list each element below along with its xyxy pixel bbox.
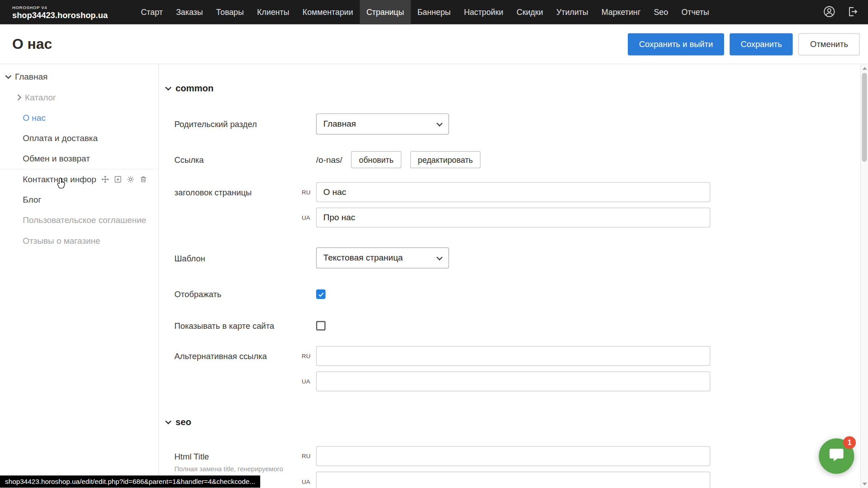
app-window: HOROSHOP V4 shop34423.horoshop.ua Старт … <box>0 0 868 488</box>
sidebar-item-about[interactable]: О нас <box>0 107 158 128</box>
sidebar-item-label: Главная <box>15 71 47 81</box>
pages-tree-sidebar: Главная Каталог О нас Оплата и доставка … <box>0 64 159 488</box>
chat-bubble-icon <box>828 447 845 466</box>
alt-link-ua-input[interactable] <box>316 371 710 391</box>
nav-item-settings[interactable]: Настройки <box>457 0 510 24</box>
refresh-link-button[interactable]: обновить <box>351 151 401 168</box>
sidebar-item-home[interactable]: Главная <box>0 66 158 87</box>
sidebar-item-label: Обмен и возврат <box>23 154 90 164</box>
section-seo-title: seo <box>175 417 191 427</box>
vertical-scrollbar[interactable] <box>860 64 868 488</box>
field-label: Шаблон <box>175 253 316 263</box>
delete-trash-icon[interactable] <box>139 175 147 183</box>
lang-badge-ru: RU <box>302 353 316 360</box>
sidebar-item-user-agreement[interactable]: Пользовательское соглашение <box>0 210 158 230</box>
sidebar-item-label: Оплата и доставка <box>23 133 98 143</box>
nav-item-comments[interactable]: Комментарии <box>296 0 360 24</box>
nav-item-reports[interactable]: Отчеты <box>675 0 716 24</box>
section-common-toggle[interactable]: common <box>166 83 868 94</box>
sidebar-item-contact-info[interactable]: Контактная инфор <box>0 169 158 189</box>
field-label: Альтернативная ссылка <box>175 346 302 361</box>
lang-badge-ua: UA <box>302 378 316 385</box>
nav-item-utilities[interactable]: Утилиты <box>550 0 595 24</box>
page-title: О нас <box>12 35 52 52</box>
nav-item-banners[interactable]: Баннеры <box>411 0 457 24</box>
display-checkbox-checked[interactable] <box>316 289 326 299</box>
logout-icon <box>846 5 859 19</box>
sidebar-item-label: Отзывы о магазине <box>23 236 100 246</box>
page-title-ua-input[interactable] <box>316 208 710 227</box>
chat-widget-button[interactable]: 1 <box>819 438 854 474</box>
selected-value: Главная <box>323 119 356 129</box>
section-seo-toggle[interactable]: seo <box>166 417 868 427</box>
section-common-title: common <box>175 83 213 94</box>
html-title-ua-input[interactable] <box>316 472 710 488</box>
page-title-ru-input[interactable] <box>316 182 710 202</box>
brand-domain: shop34423.horoshop.ua <box>12 11 108 19</box>
link-preview-statusbar: shop34423.horoshop.ua/edit/edit.php?id=6… <box>0 475 260 488</box>
field-template: Шаблон Текстовая страница <box>166 247 868 269</box>
nav-item-products[interactable]: Товары <box>209 0 250 24</box>
nav-item-start[interactable]: Старт <box>134 0 170 24</box>
logout-button[interactable] <box>845 5 860 20</box>
sidebar-item-exchange-return[interactable]: Обмен и возврат <box>0 148 158 169</box>
field-link: Ссылка /o-nas/ обновить редактировать <box>166 151 868 168</box>
alt-link-ru-input[interactable] <box>316 346 710 366</box>
scroll-up-arrow[interactable] <box>863 67 867 70</box>
move-icon[interactable] <box>101 175 109 183</box>
content-area: Главная Каталог О нас Оплата и доставка … <box>0 64 868 488</box>
chevron-down-icon <box>165 418 171 424</box>
account-icon <box>823 5 835 19</box>
link-path-value: /o-nas/ <box>316 155 342 165</box>
field-sitemap: Показывать в карте сайта <box>166 321 868 331</box>
field-label: заголовок страницы <box>175 182 302 197</box>
field-html-title: Html Title Полная замена title, генериру… <box>166 446 868 488</box>
parent-section-select[interactable]: Главная <box>316 114 449 135</box>
nav-item-marketing[interactable]: Маркетинг <box>595 0 647 24</box>
header-actions: Сохранить и выйти Сохранить Отменить <box>628 33 859 55</box>
field-alt-link: Альтернативная ссылка RU UA <box>166 346 868 391</box>
nav-item-seo[interactable]: Seo <box>647 0 675 24</box>
nav-item-pages[interactable]: Страницы <box>360 0 411 24</box>
chevron-down-icon <box>436 254 443 261</box>
lang-badge-ru: RU <box>302 453 316 460</box>
scroll-down-arrow[interactable] <box>863 483 867 485</box>
cancel-button[interactable]: Отменить <box>798 33 859 55</box>
field-hint: Полная замена title, генерируемого <box>175 465 302 473</box>
save-button[interactable]: Сохранить <box>730 33 793 55</box>
nav-item-clients[interactable]: Клиенты <box>251 0 296 24</box>
save-and-exit-button[interactable]: Сохранить и выйти <box>628 33 724 55</box>
settings-gear-icon[interactable] <box>127 175 134 183</box>
chevron-right-icon[interactable] <box>14 95 23 99</box>
brand-logo[interactable]: HOROSHOP V4 shop34423.horoshop.ua <box>12 5 108 19</box>
sitemap-checkbox-unchecked[interactable] <box>316 321 326 331</box>
template-select[interactable]: Текстовая страница <box>316 247 449 269</box>
page-edit-form: common Родительский раздел Главная Ссылк… <box>159 64 868 488</box>
chat-unread-badge: 1 <box>843 436 856 449</box>
field-label: Показывать в карте сайта <box>175 321 316 331</box>
scrollbar-thumb[interactable] <box>862 73 867 162</box>
edit-link-button[interactable]: редактировать <box>410 151 481 168</box>
field-label: Родительский раздел <box>175 119 316 129</box>
sidebar-item-label: Каталог <box>25 92 56 102</box>
account-button[interactable] <box>821 5 837 20</box>
sidebar-item-blog[interactable]: Блог <box>0 190 158 210</box>
top-navigation: Старт Заказы Товары Клиенты Комментарии … <box>134 0 716 24</box>
sidebar-item-label: Контактная инфор <box>23 175 96 185</box>
field-display: Отображать <box>166 289 868 299</box>
html-title-ru-input[interactable] <box>316 446 710 466</box>
sidebar-item-label: Пользовательское соглашение <box>23 215 146 225</box>
sidebar-item-payment-delivery[interactable]: Оплата и доставка <box>0 128 158 148</box>
sidebar-item-store-reviews[interactable]: Отзывы о магазине <box>0 230 158 251</box>
lang-badge-ua: UA <box>302 478 316 485</box>
chevron-down-icon <box>436 120 443 126</box>
field-label-block: Html Title Полная замена title, генериру… <box>175 446 302 473</box>
chevron-down-icon <box>165 84 171 90</box>
add-page-icon[interactable] <box>114 175 122 183</box>
nav-item-orders[interactable]: Заказы <box>169 0 209 24</box>
sidebar-item-catalog[interactable]: Каталог <box>0 87 158 107</box>
field-label: Отображать <box>175 289 316 299</box>
chevron-down-icon[interactable] <box>4 76 13 78</box>
nav-item-discounts[interactable]: Скидки <box>510 0 550 24</box>
brand-version: HOROSHOP V4 <box>12 5 108 10</box>
